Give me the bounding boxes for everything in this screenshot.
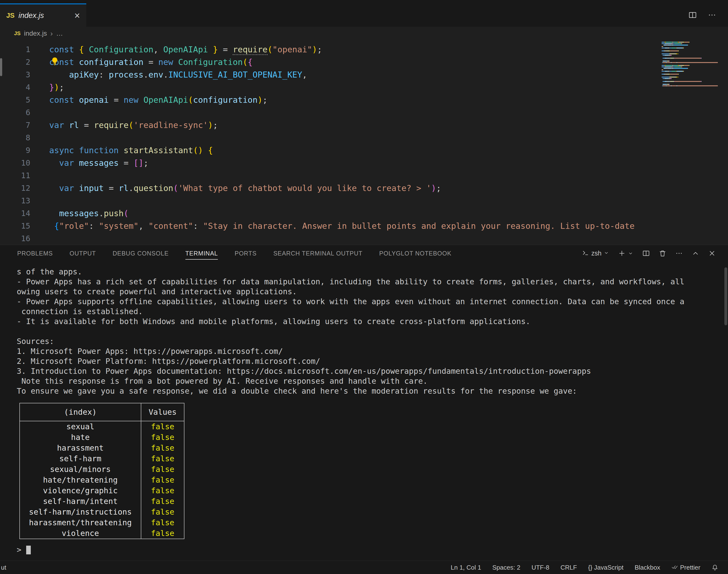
editor-gutter[interactable]: 12345678910111213141516 <box>0 43 49 245</box>
terminal-line: owing users to create powerful and inter… <box>17 287 723 297</box>
panel-tab-problems[interactable]: PROBLEMS <box>17 245 53 261</box>
tab-close-icon[interactable]: × <box>74 11 80 20</box>
split-terminal-icon[interactable] <box>642 249 650 257</box>
panel-tab-ports[interactable]: PORTS <box>234 245 257 261</box>
line-number[interactable]: 11 <box>0 169 30 182</box>
minimap-line <box>661 43 718 44</box>
kill-terminal-icon[interactable] <box>659 249 667 257</box>
table-value-cell: false <box>141 506 184 517</box>
new-terminal-button[interactable] <box>618 249 634 257</box>
line-number[interactable]: 10 <box>0 157 30 169</box>
terminal-line: To ensure we gave you a safe response, w… <box>17 386 723 396</box>
panel-tab-output[interactable]: OUTPUT <box>70 245 96 261</box>
panel-header: PROBLEMSOUTPUTDEBUG CONSOLETERMINALPORTS… <box>0 245 728 261</box>
line-number[interactable]: 15 <box>0 219 30 232</box>
panel-more-actions-icon[interactable] <box>675 249 683 257</box>
minimap-line <box>661 65 718 66</box>
minimap-content <box>661 42 718 88</box>
terminal-prompt[interactable]: > <box>17 545 723 555</box>
statusbar-left-fragment[interactable]: ut <box>1 564 6 571</box>
code-line[interactable]: var rl = require('readline-sync'); <box>49 119 668 131</box>
panel-tab-search-terminal-output[interactable]: SEARCH TERMINAL OUTPUT <box>273 245 362 261</box>
breadcrumb-file[interactable]: index.js <box>24 30 47 37</box>
code-line[interactable] <box>49 232 668 245</box>
line-number[interactable]: 14 <box>0 207 30 219</box>
shell-selector[interactable]: zsh <box>582 249 609 258</box>
panel-tab-polyglot-notebook[interactable]: POLYGLOT NOTEBOOK <box>379 245 452 261</box>
terminal-lines: s of the apps.- Power Apps has a rich se… <box>17 267 723 396</box>
minimap-line <box>661 47 718 48</box>
minimap-line <box>661 85 718 86</box>
line-number[interactable]: 3 <box>0 68 30 81</box>
minimap-line <box>661 55 718 56</box>
code-line[interactable]: const openai = new OpenAIApi(configurati… <box>49 93 668 106</box>
panel-tab-debug-console[interactable]: DEBUG CONSOLE <box>113 245 169 261</box>
split-editor-icon[interactable] <box>688 11 697 20</box>
javascript-file-icon: JS <box>6 12 14 19</box>
code-line[interactable]: messages.push( <box>49 207 668 219</box>
statusbar-blackbox[interactable]: Blackbox <box>635 564 660 571</box>
terminal-cursor <box>26 546 31 555</box>
code-line[interactable]: const { Configuration, OpenAIApi } = req… <box>49 43 668 56</box>
line-number[interactable]: 2 <box>0 56 30 68</box>
table-row: sexualfalse <box>20 421 184 432</box>
code-line[interactable] <box>49 106 668 119</box>
line-number[interactable]: 13 <box>0 194 30 207</box>
code-line[interactable]: apiKey: process.env.INCLUSIVE_AI_BOT_OPE… <box>49 68 668 81</box>
code-line[interactable]: {"role": "system", "content": "Stay in c… <box>49 219 668 232</box>
table-value-cell: false <box>141 485 184 496</box>
chevron-right-icon: › <box>50 29 53 38</box>
line-number[interactable]: 4 <box>0 81 30 93</box>
lightbulb-icon[interactable] <box>50 57 59 66</box>
line-number[interactable]: 9 <box>0 144 30 157</box>
breadcrumb[interactable]: JS index.js › … <box>0 27 728 40</box>
table-header-row: (index)Values <box>20 403 184 421</box>
statusbar-language[interactable]: {} JavaScript <box>588 564 624 571</box>
close-panel-icon[interactable] <box>708 249 716 257</box>
line-number[interactable]: 8 <box>0 131 30 144</box>
code-line[interactable]: async function startAssistant() { <box>49 144 668 157</box>
status-bar: ut Ln 1, Col 1 Spaces: 2 UTF-8 CRLF {} J… <box>0 561 728 574</box>
line-number[interactable]: 12 <box>0 182 30 194</box>
terminal-output[interactable]: s of the apps.- Power Apps has a rich se… <box>0 261 723 561</box>
minimap-line <box>661 84 718 85</box>
code-line[interactable] <box>49 169 668 182</box>
code-line[interactable] <box>49 194 668 207</box>
statusbar-eol[interactable]: CRLF <box>561 564 577 571</box>
statusbar-cursor-position[interactable]: Ln 1, Col 1 <box>451 564 481 571</box>
prompt-text: > <box>17 545 26 555</box>
table-value-cell: false <box>141 517 184 528</box>
terminal-line: connection is established. <box>17 306 723 317</box>
line-number[interactable]: 1 <box>0 43 30 56</box>
code-line[interactable]: }); <box>49 81 668 93</box>
code-line[interactable] <box>49 131 668 144</box>
breadcrumb-symbol-ellipsis[interactable]: … <box>56 30 63 37</box>
maximize-panel-icon[interactable] <box>692 249 699 257</box>
tab-index-js[interactable]: JS index.js × <box>0 3 86 27</box>
minimap[interactable] <box>661 42 718 144</box>
line-number[interactable]: 5 <box>0 93 30 106</box>
table-value-cell: false <box>141 453 184 464</box>
minimap-line <box>661 80 718 80</box>
minimap-line <box>661 58 718 59</box>
code-line[interactable]: const configuration = new Configuration(… <box>49 56 668 68</box>
line-number[interactable]: 7 <box>0 119 30 131</box>
panel-tab-terminal[interactable]: TERMINAL <box>185 245 218 261</box>
code-line[interactable]: var input = rl.question('What type of ch… <box>49 182 668 194</box>
editor-code[interactable]: const { Configuration, OpenAIApi } = req… <box>49 43 668 245</box>
line-number[interactable]: 16 <box>0 232 30 245</box>
terminal-icon <box>582 249 589 258</box>
statusbar-indentation[interactable]: Spaces: 2 <box>492 564 520 571</box>
more-actions-icon[interactable] <box>708 11 716 20</box>
notifications-bell-icon[interactable] <box>712 564 718 571</box>
code-line[interactable]: var messages = []; <box>49 157 668 169</box>
terminal-scrollbar[interactable] <box>724 268 727 325</box>
minimap-line <box>661 62 718 63</box>
minimap-line <box>661 72 718 73</box>
table-value-cell: false <box>141 443 184 453</box>
code-editor[interactable]: 12345678910111213141516 const { Configur… <box>0 40 728 245</box>
line-number[interactable]: 6 <box>0 106 30 119</box>
statusbar-encoding[interactable]: UTF-8 <box>531 564 549 571</box>
table-value-cell: false <box>141 464 184 475</box>
statusbar-prettier[interactable]: Prettier <box>671 563 700 572</box>
